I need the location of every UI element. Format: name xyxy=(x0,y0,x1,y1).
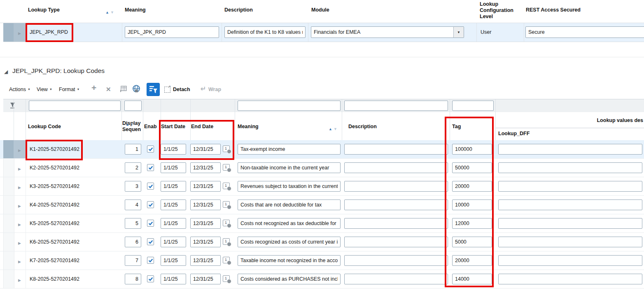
table-row[interactable]: K4-2025-5270201492 xyxy=(0,196,644,214)
col-header-tag[interactable]: Tag xyxy=(452,124,461,129)
enabled-checkbox[interactable] xyxy=(147,164,154,171)
meaning-input[interactable] xyxy=(238,144,341,155)
end-date-input[interactable] xyxy=(190,162,221,173)
end-date-input[interactable] xyxy=(190,237,221,247)
date-picker-icon[interactable] xyxy=(223,145,230,152)
display-sequence-input[interactable] xyxy=(125,274,141,284)
display-sequence-input[interactable] xyxy=(125,181,141,192)
enabled-checkbox[interactable] xyxy=(147,220,154,227)
lookup-dff-input[interactable] xyxy=(498,218,642,229)
date-picker-icon[interactable] xyxy=(223,238,230,245)
table-row[interactable]: K1-2025-5270201492 xyxy=(0,140,644,159)
sort-ascending-icon[interactable] xyxy=(126,120,129,127)
col-header-meaning[interactable]: Meaning xyxy=(238,124,259,129)
row-expand-header[interactable] xyxy=(14,140,26,158)
end-date-input[interactable] xyxy=(190,274,221,284)
tag-input[interactable] xyxy=(452,199,492,210)
meaning-input[interactable] xyxy=(238,181,341,192)
end-date-input[interactable] xyxy=(190,199,221,210)
meaning-input[interactable] xyxy=(238,237,341,247)
col-header-description[interactable]: Description xyxy=(224,7,253,13)
row-expand-header[interactable] xyxy=(14,214,26,232)
sort-descending-icon[interactable] xyxy=(332,124,337,131)
view-menu[interactable]: View xyxy=(37,87,52,92)
end-date-input[interactable] xyxy=(190,144,221,155)
tag-input[interactable] xyxy=(452,237,492,247)
description-input[interactable] xyxy=(344,237,448,247)
module-input[interactable] xyxy=(311,26,454,38)
enabled-checkbox[interactable] xyxy=(147,257,154,264)
col-header-end-date[interactable]: End Date xyxy=(191,124,213,129)
col-header-rest-access-secured[interactable]: REST Access Secured xyxy=(526,7,581,13)
table-row[interactable]: K5-2025-5270201492 xyxy=(0,214,644,233)
freeze-icon[interactable] xyxy=(119,85,127,95)
col-header-lookup-dff[interactable]: Lookup_DFF xyxy=(498,131,530,136)
lookup-dff-input[interactable] xyxy=(498,237,642,247)
tag-input[interactable] xyxy=(452,274,492,284)
meaning-input[interactable] xyxy=(238,274,341,284)
add-row-icon[interactable] xyxy=(91,83,96,93)
filter-tag-input[interactable] xyxy=(452,101,494,111)
tag-input[interactable] xyxy=(452,144,492,155)
lookup-dff-input[interactable] xyxy=(498,255,642,266)
lookup-type-table-row[interactable]: JEPL_JPK_RPD User xyxy=(3,23,644,42)
date-picker-icon[interactable] xyxy=(223,164,230,171)
end-date-input[interactable] xyxy=(190,181,221,192)
date-picker-icon[interactable] xyxy=(223,275,230,282)
start-date-input[interactable] xyxy=(161,237,186,247)
table-row[interactable]: K6-2025-5270201492 xyxy=(0,233,644,251)
tag-input[interactable] xyxy=(452,255,492,266)
start-date-input[interactable] xyxy=(161,274,186,284)
description-input[interactable] xyxy=(224,26,306,38)
enabled-checkbox[interactable] xyxy=(147,145,154,153)
lookup-dff-input[interactable] xyxy=(498,144,642,155)
description-input[interactable] xyxy=(344,255,448,266)
filter-display-sequence-input[interactable] xyxy=(124,101,142,111)
meaning-sort-icons[interactable] xyxy=(329,124,337,132)
start-date-input[interactable] xyxy=(161,255,186,266)
table-row[interactable]: K8-2025-5270201492 xyxy=(0,270,644,289)
end-date-input[interactable] xyxy=(190,218,221,229)
row-expand-header[interactable] xyxy=(14,177,26,195)
col-header-module[interactable]: Module xyxy=(311,7,329,13)
start-date-input[interactable] xyxy=(161,218,186,229)
start-date-input[interactable] xyxy=(161,181,186,192)
sort-ascending-icon[interactable] xyxy=(105,8,109,15)
start-date-input[interactable] xyxy=(161,199,186,210)
meaning-input[interactable] xyxy=(238,218,341,229)
filter-lookup-code-input[interactable] xyxy=(29,101,121,111)
sort-ascending-icon[interactable] xyxy=(329,124,332,131)
row-expand-header[interactable] xyxy=(14,233,26,251)
description-input[interactable] xyxy=(344,144,448,155)
row-expand-header[interactable] xyxy=(14,159,26,177)
col-header-description[interactable]: Description xyxy=(348,124,377,129)
description-input[interactable] xyxy=(344,181,448,192)
sort-descending-icon[interactable] xyxy=(129,120,134,127)
detach-button[interactable]: Detach xyxy=(173,87,190,92)
actions-menu[interactable]: Actions xyxy=(9,87,30,92)
sort-descending-icon[interactable] xyxy=(109,8,114,15)
display-sequence-input[interactable] xyxy=(125,162,141,173)
row-expand-header[interactable] xyxy=(14,251,26,270)
tag-input[interactable] xyxy=(452,218,492,229)
delete-row-icon[interactable] xyxy=(106,86,111,93)
format-menu[interactable]: Format xyxy=(59,87,80,92)
start-date-input[interactable] xyxy=(161,162,186,173)
display-sequence-input[interactable] xyxy=(125,144,141,155)
enabled-checkbox[interactable] xyxy=(147,183,154,190)
display-sequence-input[interactable] xyxy=(125,255,141,266)
meaning-input[interactable] xyxy=(238,162,341,173)
date-picker-icon[interactable] xyxy=(223,201,230,208)
table-row[interactable]: K7-2025-5270201492 xyxy=(0,251,644,270)
tag-input[interactable] xyxy=(452,181,492,192)
table-row[interactable]: K2-2025-5270201492 xyxy=(0,159,644,177)
date-picker-icon[interactable] xyxy=(223,220,230,226)
row-expand-header[interactable] xyxy=(14,270,26,288)
detach-icon[interactable] xyxy=(164,87,170,93)
rest-access-secured-input[interactable] xyxy=(525,26,644,38)
filter-meaning-input[interactable] xyxy=(238,101,341,111)
col-header-lookup-code[interactable]: Lookup Code xyxy=(28,124,61,129)
end-date-input[interactable] xyxy=(190,255,221,266)
export-globe-icon[interactable] xyxy=(132,85,140,95)
module-dropdown-button[interactable] xyxy=(453,26,464,38)
